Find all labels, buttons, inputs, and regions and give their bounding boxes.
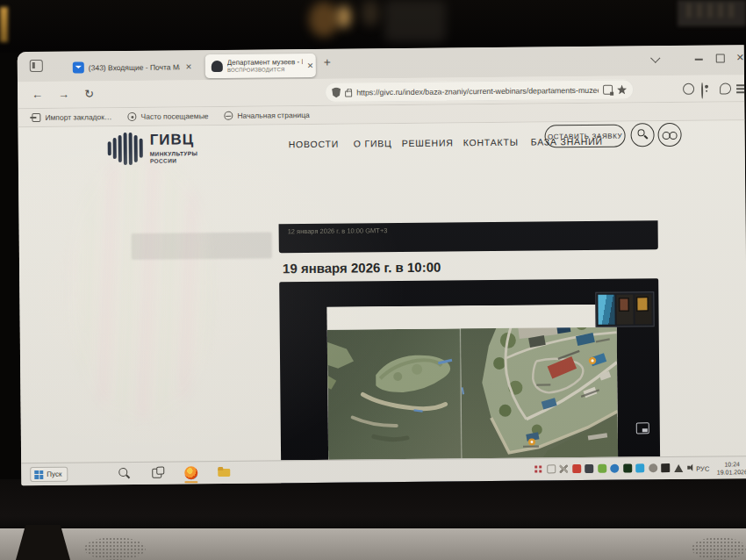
- sync-status-icon[interactable]: [683, 83, 694, 95]
- tray-icon[interactable]: [547, 464, 556, 473]
- tab-list-chevron-icon[interactable]: [652, 53, 661, 61]
- bookmark-import[interactable]: Импорт закладок…: [32, 112, 111, 122]
- givc-logo[interactable]: ГИВЦ МИНКУЛЬТУРЫ РОССИИ: [108, 131, 204, 165]
- hamburger-menu-icon[interactable]: [735, 83, 746, 94]
- firefox-view-icon[interactable]: [30, 60, 43, 72]
- bookmark-star-icon[interactable]: [617, 85, 627, 95]
- clock-time: 10:24: [716, 460, 746, 468]
- active-app-underline: [184, 481, 197, 483]
- current-webinar-heading: 19 января 2026 г. в 10:00: [283, 260, 441, 276]
- site-search-button[interactable]: [630, 123, 654, 147]
- import-icon: [32, 113, 40, 122]
- windows-logo-icon: [34, 470, 43, 478]
- bookmark-label: Начальная страница: [237, 111, 309, 120]
- laptop-screen: (343) Входящие - Почта Mail ✕ Департамен…: [18, 45, 746, 485]
- forward-button[interactable]: →: [58, 88, 69, 101]
- reload-button[interactable]: ↻: [84, 87, 94, 100]
- nav-solutions[interactable]: РЕШЕНИЯ: [402, 137, 454, 148]
- close-tab-icon[interactable]: ✕: [307, 61, 314, 69]
- taskbar-search-icon[interactable]: [118, 467, 131, 480]
- video-player[interactable]: ПРЯМОЙ ЭФИР ⚙: [279, 278, 661, 485]
- speaker-grille: [692, 537, 746, 560]
- new-tab-button[interactable]: +: [324, 55, 331, 69]
- tab-playing-badge: ВОСПРОИЗВОДИТСЯ: [227, 67, 303, 74]
- nav-news[interactable]: НОВОСТИ: [289, 139, 339, 150]
- url-text[interactable]: https://givc.ru/index/baza-znaniy/curren…: [356, 85, 599, 97]
- laptop-bezel: [0, 479, 746, 532]
- tray-scissors-icon[interactable]: [559, 464, 568, 473]
- photo-of-laptop: (343) Входящие - Почта Mail ✕ Департамен…: [0, 0, 746, 560]
- start-label: Пуск: [47, 470, 61, 478]
- account-icon[interactable]: [701, 83, 703, 99]
- gear-icon: [127, 112, 136, 121]
- satellite-map-graphic: [326, 305, 618, 474]
- tray-icon[interactable]: [585, 464, 593, 473]
- light-bokeh: [362, 0, 379, 26]
- firefox-taskbar-icon[interactable]: [184, 466, 197, 479]
- https-lock-icon[interactable]: [345, 90, 352, 97]
- camera-thumbnail: [598, 295, 614, 325]
- url-bar[interactable]: https://givc.ru/index/baza-znaniy/curren…: [325, 79, 634, 102]
- task-view-icon[interactable]: [151, 467, 164, 480]
- bookmark-label: Часто посещаемые: [140, 111, 208, 121]
- tab-mail[interactable]: (343) Входящие - Почта Mail ✕: [67, 54, 198, 79]
- history-icon[interactable]: [720, 83, 731, 94]
- file-explorer-icon[interactable]: [218, 466, 231, 479]
- tracking-protection-shield-icon[interactable]: [332, 87, 341, 97]
- network-icon[interactable]: [674, 463, 684, 471]
- previous-webinar-video-bottom[interactable]: 12 января 2026 г. в 10:00 GMT+3: [279, 220, 658, 253]
- nav-contacts[interactable]: КОНТАКТЫ: [463, 137, 519, 148]
- site-favicon: [212, 61, 223, 72]
- language-indicator[interactable]: РУС: [696, 465, 709, 473]
- tab-title: (343) Входящие - Почта Mail: [89, 62, 180, 72]
- blurred-sidebar-item: [132, 232, 272, 260]
- close-window-button[interactable]: ✕: [736, 52, 744, 63]
- system-tray: [534, 463, 696, 474]
- screenshot-icon[interactable]: [603, 85, 613, 95]
- logo-subtitle: МИНКУЛЬТУРЫ РОССИИ: [150, 150, 204, 165]
- search-icon: [638, 129, 645, 136]
- tray-icon[interactable]: [649, 463, 657, 472]
- tab-site-active[interactable]: Департамент музеев - Главн… ВОСПРОИЗВОДИ…: [205, 54, 316, 78]
- nav-about[interactable]: О ГИВЦ: [354, 138, 392, 148]
- light-bokeh: [309, 2, 339, 37]
- tray-icon[interactable]: [572, 464, 581, 473]
- light-bokeh: [337, 5, 351, 28]
- back-button[interactable]: ←: [32, 88, 43, 101]
- tab-text: Департамент музеев - Главн… ВОСПРОИЗВОДИ…: [227, 59, 303, 74]
- picture-frame: [678, 0, 746, 26]
- logo-bars-icon: [108, 132, 143, 165]
- tray-icon[interactable]: [623, 463, 632, 472]
- leave-request-button[interactable]: ОСТАВИТЬ ЗАЯВКУ: [544, 125, 625, 148]
- speaker-grille: [84, 537, 146, 560]
- home-page-icon: [224, 111, 233, 120]
- close-tab-icon[interactable]: ✕: [185, 62, 192, 71]
- logo-title: ГИВЦ: [150, 131, 204, 149]
- logo-text: ГИВЦ МИНКУЛЬТУРЫ РОССИИ: [150, 131, 204, 165]
- volume-icon[interactable]: [687, 463, 696, 472]
- bookmark-label: Импорт закладок…: [45, 112, 111, 122]
- background-object: [384, 0, 446, 42]
- bookmark-home[interactable]: Начальная страница: [224, 111, 309, 120]
- camera-thumbnail: [635, 294, 651, 324]
- previous-webinar-caption: 12 января 2026 г. в 10:00 GMT+3: [288, 226, 388, 235]
- givc-webpage: ГИВЦ МИНКУЛЬТУРЫ РОССИИ НОВОСТИ О ГИВЦ Р…: [18, 120, 746, 463]
- taskbar-clock[interactable]: 10:24 19.01.2026: [716, 460, 746, 477]
- tray-icon[interactable]: [635, 463, 644, 472]
- eyeglasses-icon: [663, 132, 678, 139]
- start-button[interactable]: Пуск: [30, 467, 68, 482]
- tray-icon[interactable]: [598, 464, 606, 473]
- camera-thumbnail: [616, 294, 633, 324]
- tray-icon[interactable]: [534, 464, 542, 473]
- picture-in-picture-icon[interactable]: [636, 422, 649, 434]
- accessibility-version-button[interactable]: [657, 123, 681, 147]
- lamp-reflection: [0, 7, 8, 42]
- presenter-video-thumbnails[interactable]: [595, 291, 654, 327]
- bookmark-frequent[interactable]: Часто посещаемые: [127, 111, 208, 121]
- clock-date: 19.01.2026: [716, 468, 746, 476]
- webinar-slide: [326, 305, 618, 474]
- tray-bluetooth-icon[interactable]: [610, 464, 619, 473]
- tray-laptop-icon[interactable]: [661, 463, 670, 472]
- mail-favicon: [73, 61, 84, 73]
